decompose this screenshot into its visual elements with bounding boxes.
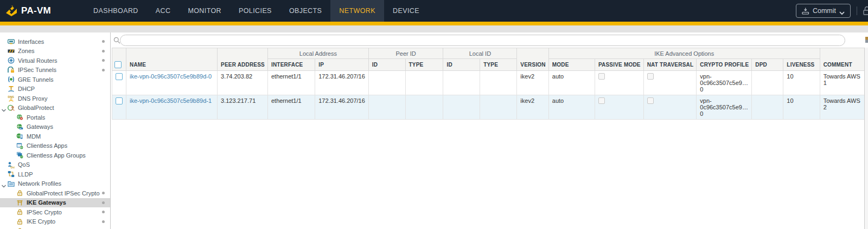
sidebar-item-interfaces[interactable]: Interfaces: [0, 37, 110, 47]
column-header-peer-address[interactable]: PEER ADDRESS: [218, 48, 268, 71]
dns-proxy-icon: DNS: [8, 95, 15, 102]
sidebar-item-globalprotect[interactable]: GlobalProtect: [0, 103, 110, 113]
nav-tab-policies[interactable]: POLICIES: [230, 0, 280, 22]
column-header-type[interactable]: TYPE: [405, 59, 443, 71]
column-header-ip[interactable]: IP: [315, 59, 369, 71]
main-nav-tabs: DASHBOARDACCMONITORPOLICIESOBJECTSNETWOR…: [85, 0, 428, 22]
gateway-name-link[interactable]: ike-vpn-0c96c3507c5e9b89d-0: [130, 73, 212, 80]
search-icon: [113, 36, 120, 46]
sidebar-item-ike-crypto[interactable]: IKE Crypto: [0, 217, 110, 227]
chevron-down-icon[interactable]: [1, 181, 7, 187]
sidebar-item-zones[interactable]: Zones: [0, 47, 110, 56]
cell-peer-address: 3.123.217.71: [218, 95, 268, 120]
mdm-icon: [16, 133, 23, 140]
sidebar-item-dhcp[interactable]: DHCP: [0, 84, 110, 94]
cell-comment: Towards AWS 1: [820, 71, 867, 95]
sidebar-item-lldp[interactable]: LLDP: [0, 169, 110, 179]
cell-peer-id-type: [405, 95, 443, 120]
table-row: ike-vpn-0c96c3507c5e9b89d-13.123.217.71e…: [112, 95, 868, 120]
paloalto-logo-icon: [5, 5, 17, 17]
sidebar-item-partial[interactable]: [0, 226, 110, 229]
sidebar-item-network-profiles[interactable]: Network Profiles: [0, 179, 110, 189]
table-row: ike-vpn-0c96c3507c5e9b89d-03.74.203.82et…: [112, 71, 868, 95]
column-header-interface[interactable]: INTERFACE: [267, 59, 315, 71]
top-navbar: PA-VM DASHBOARDACCMONITORPOLICIESOBJECTS…: [0, 0, 868, 22]
portals-icon: [16, 114, 23, 121]
cell-version: ikev2: [517, 71, 548, 95]
column-header-liveness[interactable]: LIVENESS: [783, 59, 820, 71]
gateway-name-link[interactable]: ike-vpn-0c96c3507c5e9b89d-1: [130, 97, 212, 104]
sidebar-item-label: QoS: [18, 161, 30, 168]
row-checkbox[interactable]: [116, 73, 123, 80]
cell-peer-id: [368, 95, 405, 120]
svg-text:DNS: DNS: [8, 95, 15, 99]
nav-tab-objects[interactable]: OBJECTS: [280, 0, 330, 22]
sidebar-item-label: MDM: [27, 133, 41, 140]
ike-gateways-icon: [16, 199, 23, 206]
sidebar-item-label: LLDP: [18, 171, 33, 178]
sidebar-item-label: Clientless Apps: [27, 142, 67, 149]
column-header-type[interactable]: TYPE: [480, 59, 517, 71]
nat-traversal-checkbox[interactable]: [647, 73, 654, 80]
partial-filter-icon[interactable]: [865, 37, 868, 43]
passive-mode-checkbox[interactable]: [598, 97, 605, 104]
column-header-crypto-profile[interactable]: CRYPTO PROFILE: [697, 59, 752, 71]
interfaces-icon: [8, 38, 15, 45]
gateways-icon: [16, 123, 23, 130]
column-header-id[interactable]: ID: [443, 59, 480, 71]
cell-mode: auto: [548, 71, 595, 95]
cell-ip: 172.31.46.207/16: [315, 95, 369, 120]
group-header-local-address: Local Address: [267, 48, 368, 59]
sidebar-item-ipsec-crypto[interactable]: IPSec Crypto: [0, 207, 110, 217]
column-header-mode[interactable]: MODE: [548, 59, 595, 71]
sidebar-item-virtual-routers[interactable]: Virtual Routers: [0, 56, 110, 66]
column-header-version[interactable]: VERSION: [517, 48, 548, 71]
sidebar-item-portals[interactable]: Portals: [0, 113, 110, 122]
zones-icon: [8, 48, 15, 55]
sidebar-item-globalprotect-ipsec-crypto[interactable]: GlobalProtect IPSec Crypto: [0, 188, 110, 198]
nav-tab-monitor[interactable]: MONITOR: [179, 0, 230, 22]
sidebar-item-label: Interfaces: [18, 38, 44, 45]
column-header-comment[interactable]: COMMENT: [820, 48, 867, 71]
sidebar-item-mdm[interactable]: MDM: [0, 132, 110, 141]
nav-tab-acc[interactable]: ACC: [147, 0, 180, 22]
cell-crypto-profile: vpn- 0c96c3507c5e9… 0: [697, 95, 752, 120]
table-right-scrollbar[interactable]: [864, 48, 868, 229]
brand: PA-VM: [0, 0, 51, 22]
row-checkbox[interactable]: [116, 97, 123, 104]
sidebar-item-label: IKE Gateways: [27, 199, 66, 206]
sidebar-item-ike-gateways[interactable]: IKE Gateways: [0, 198, 110, 208]
nav-tab-dashboard[interactable]: DASHBOARD: [85, 0, 147, 22]
commit-icon: [802, 8, 809, 15]
nat-traversal-checkbox[interactable]: [647, 97, 654, 104]
sidebar-item-gre-tunnels[interactable]: GRE Tunnels: [0, 75, 110, 84]
sidebar-item-clientless-app-groups[interactable]: Clientless App Groups: [0, 151, 110, 160]
nav-tab-device[interactable]: DEVICE: [384, 0, 428, 22]
cell-mode: auto: [548, 95, 595, 120]
group-header-ike-advanced-options: IKE Advanced Options: [548, 48, 820, 59]
chevron-down-icon[interactable]: [1, 106, 7, 111]
column-header-passive-mode[interactable]: PASSIVE MODE: [595, 59, 643, 71]
sidebar-item-dns-proxy[interactable]: DNSDNS Proxy: [0, 94, 110, 103]
select-all-checkbox[interactable]: [114, 61, 122, 68]
cell-name: ike-vpn-0c96c3507c5e9b89d-1: [126, 95, 218, 120]
unlock-icon[interactable]: [863, 6, 868, 16]
column-header-name[interactable]: NAME: [126, 48, 218, 71]
cell-dpd: [752, 95, 783, 120]
passive-mode-checkbox[interactable]: [598, 73, 605, 80]
cell-interface: ethernet1/1: [267, 71, 315, 95]
sidebar-item-gateways[interactable]: Gateways: [0, 122, 110, 132]
sidebar-item-ipsec-tunnels[interactable]: IPSec Tunnels: [0, 66, 110, 75]
search-input[interactable]: [120, 35, 845, 46]
sidebar-item-qos[interactable]: QoSQoS: [0, 160, 110, 170]
column-header-nat-traversal[interactable]: NAT TRAVERSAL: [643, 59, 697, 71]
cell-comment: Towards AWS 2: [820, 95, 867, 120]
column-header-dpd[interactable]: DPD: [752, 59, 783, 71]
ike-gateways-table: NAMEPEER ADDRESSLocal AddressPeer IDLoca…: [112, 48, 868, 120]
cell-peer-address: 3.74.203.82: [218, 71, 268, 95]
commit-button[interactable]: Commit: [796, 4, 851, 18]
sidebar-item-clientless-apps[interactable]: Clientless Apps: [0, 141, 110, 151]
column-header-id[interactable]: ID: [368, 59, 405, 71]
cell-local-id-type: [480, 95, 517, 120]
nav-tab-network[interactable]: NETWORK: [330, 0, 384, 22]
